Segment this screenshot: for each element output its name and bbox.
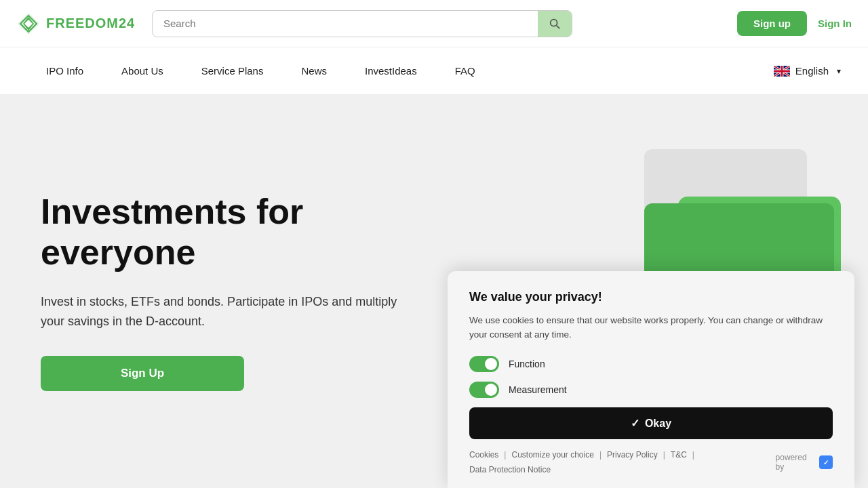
checkmark-icon: ✓	[631, 417, 639, 430]
search-bar	[152, 10, 572, 37]
customize-link[interactable]: Customize your choice	[511, 450, 593, 460]
logo-text: FREEDOM24	[46, 16, 135, 31]
okay-button[interactable]: ✓ Okay	[469, 407, 833, 439]
function-toggle-row: Function	[469, 356, 833, 372]
main-nav: IPO Info About Us Service Plans News Inv…	[0, 47, 868, 95]
cookie-footer: Cookies | Customize your choice | Privac…	[469, 450, 833, 474]
cookies-link[interactable]: Cookies	[469, 450, 498, 460]
powered-by: powered by ✓	[776, 453, 833, 472]
data-protection-link[interactable]: Data Protection Notice	[469, 465, 551, 474]
measurement-label: Measurement	[509, 384, 567, 395]
cookie-title: We value your privacy!	[469, 290, 833, 304]
tc-link[interactable]: T&C	[671, 450, 687, 460]
function-toggle[interactable]	[469, 356, 499, 372]
signup-button[interactable]: Sign up	[737, 11, 807, 36]
cookie-description: We use cookies to ensure that our websit…	[469, 314, 833, 342]
powered-by-logo: ✓	[819, 455, 833, 469]
function-label: Function	[509, 359, 545, 369]
privacy-link[interactable]: Privacy Policy	[607, 450, 658, 460]
nav-item-ipo-info[interactable]: IPO Info	[27, 47, 102, 95]
header: FREEDOM24 Sign up Sign In	[0, 0, 868, 47]
signin-button[interactable]: Sign In	[818, 18, 852, 29]
logo[interactable]: FREEDOM24	[16, 12, 138, 36]
measurement-toggle-row: Measurement	[469, 382, 833, 398]
header-actions: Sign up Sign In	[737, 11, 852, 36]
hero-signup-button[interactable]: Sign Up	[41, 356, 244, 391]
nav-item-faq[interactable]: FAQ	[436, 47, 494, 95]
hero-content: Investments for everyone Invest in stock…	[0, 165, 461, 418]
cookie-links: Cookies | Customize your choice | Privac…	[469, 450, 776, 474]
language-selector[interactable]: English ▾	[774, 65, 841, 77]
cookie-banner: We value your privacy! We use cookies to…	[448, 271, 854, 488]
svg-line-2	[557, 25, 560, 28]
svg-point-1	[551, 19, 557, 26]
measurement-toggle[interactable]	[469, 382, 499, 398]
hero-title: Investments for everyone	[41, 192, 420, 273]
search-input[interactable]	[153, 11, 538, 36]
hero-section: Investments for everyone Invest in stock…	[0, 95, 868, 488]
nav-item-news[interactable]: News	[282, 47, 346, 95]
logo-icon	[16, 12, 41, 36]
nav-item-service-plans[interactable]: Service Plans	[182, 47, 283, 95]
language-label: English	[795, 65, 829, 77]
okay-label: Okay	[645, 418, 671, 430]
chevron-down-icon: ▾	[837, 66, 841, 76]
powered-by-label: powered by	[776, 453, 817, 472]
search-icon	[549, 18, 561, 30]
search-button[interactable]	[538, 11, 572, 37]
nav-item-about-us[interactable]: About Us	[102, 47, 182, 95]
uk-flag-icon	[774, 66, 790, 77]
nav-item-invest-ideas[interactable]: InvestIdeas	[346, 47, 436, 95]
hero-subtitle: Invest in stocks, ETFs and bonds. Partic…	[41, 292, 420, 331]
